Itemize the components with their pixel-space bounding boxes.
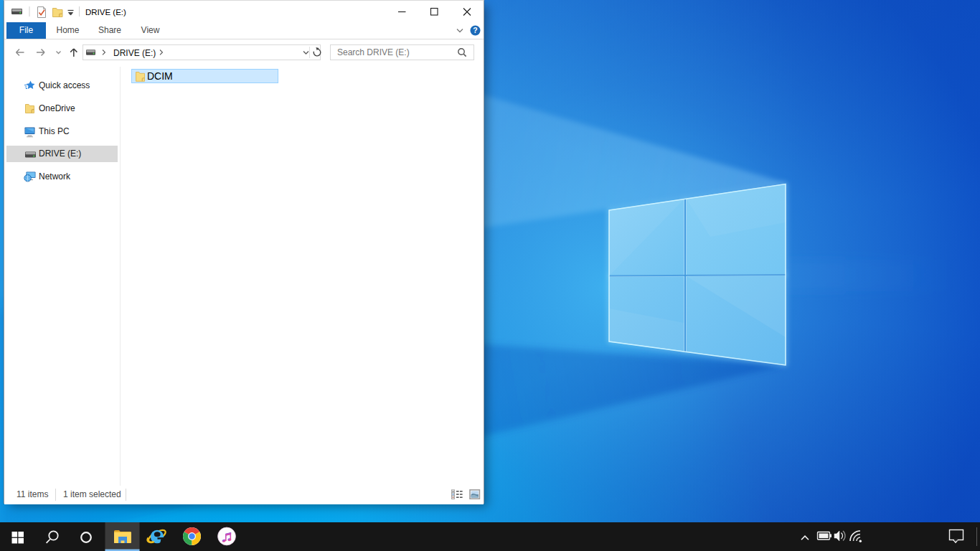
svg-text:?: ? bbox=[473, 26, 477, 34]
svg-text:DRIVE (E:): DRIVE (E:) bbox=[85, 8, 126, 17]
svg-text:DRIVE (E:): DRIVE (E:) bbox=[113, 48, 156, 58]
